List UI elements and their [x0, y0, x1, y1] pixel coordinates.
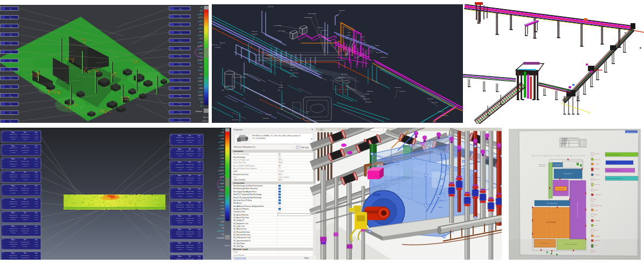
svg-text:4523835.068: 4523835.068 — [186, 179, 194, 181]
svg-text:142.205: 142.205 — [188, 222, 193, 224]
svg-text:4523835.062: 4523835.062 — [176, 247, 184, 248]
svg-text:+0.066: +0.066 — [198, 52, 203, 54]
svg-text:Dev: Dev — [35, 239, 38, 241]
svg-text:+0.99%: +0.99% — [198, 13, 203, 16]
svg-text:Ref: Ref — [24, 185, 26, 187]
svg-text:0.002: 0.002 — [9, 26, 13, 28]
svg-text:142.205: 142.205 — [23, 206, 28, 207]
svg-text:1823568.073: 1823568.073 — [176, 218, 184, 219]
svg-text:4523835.062: 4523835.062 — [9, 203, 17, 205]
svg-text:Ref: Ref — [24, 212, 26, 214]
svg-text:-0.004: -0.004 — [179, 25, 183, 26]
svg-text:142.205: 142.205 — [188, 142, 193, 143]
svg-text:Access Platform Extra Supports: Access Platform Extra Supports — [233, 168, 257, 170]
svg-text:Valf: Valf — [364, 41, 366, 43]
svg-text:1823568.258: 1823568.258 — [21, 201, 29, 203]
svg-text:+0.92%: +0.92% — [198, 84, 203, 86]
svg-text:0.308: 0.308 — [197, 233, 201, 235]
svg-text:Meas: Meas — [11, 225, 15, 227]
svg-text:⌄: ⌄ — [292, 147, 294, 149]
svg-text:Ref: Ref — [24, 252, 26, 254]
svg-text:×: × — [311, 128, 313, 131]
svg-text:-0.000: -0.000 — [197, 222, 202, 224]
svg-text:0.002: 0.002 — [9, 122, 13, 123]
svg-text:K.K.: K.K. — [377, 66, 380, 68]
svg-text:DN40 mm: DN40 mm — [243, 73, 249, 75]
svg-text:+0.0425: +0.0425 — [197, 59, 203, 61]
svg-text:-0.004: -0.004 — [179, 9, 183, 10]
svg-text:1823568.258: 1823568.258 — [21, 187, 29, 189]
svg-text:K.K.: K.K. — [263, 89, 266, 91]
svg-text:4523835.068: 4523835.068 — [186, 193, 194, 194]
svg-text:Dev: Dev — [35, 131, 38, 134]
svg-text:DN40 mm: DN40 mm — [442, 115, 448, 116]
svg-text:+0.94%: +0.94% — [198, 34, 203, 37]
svg-text:+0.36: +0.36 — [220, 131, 224, 134]
svg-text:0.308: 0.308 — [197, 153, 201, 155]
svg-text:0%: 0% — [200, 105, 203, 107]
svg-text:Kava Aparatı: Kava Aparatı — [274, 25, 281, 26]
svg-text:1823568.258: 1823568.258 — [186, 204, 194, 206]
svg-text:1823568.258: 1823568.258 — [21, 214, 29, 216]
svg-text:142.205: 142.205 — [23, 138, 28, 140]
svg-text:DN40 mm: DN40 mm — [381, 57, 387, 58]
svg-text:+0.93%: +0.93% — [198, 48, 203, 51]
svg-text:+0.177: +0.177 — [198, 17, 203, 19]
svg-text:142.205: 142.205 — [177, 222, 183, 224]
svg-text:1823568.258: 1823568.258 — [186, 245, 194, 246]
svg-text:+0.97%: +0.97% — [198, 20, 203, 23]
svg-text:1823568.258: 1823568.258 — [186, 177, 194, 179]
svg-text:DN40 mm: DN40 mm — [240, 77, 246, 78]
svg-text:-0.115: -0.115 — [199, 98, 203, 100]
svg-text:0.318: 0.318 — [34, 201, 38, 203]
svg-text:Construction: Construction — [233, 182, 245, 184]
svg-text:142.205: 142.205 — [188, 169, 193, 170]
svg-text:Meas: Meas — [11, 171, 15, 173]
svg-text:DN40 mm: DN40 mm — [215, 47, 221, 48]
svg-text:1823568.258: 1823568.258 — [186, 218, 194, 219]
svg-text:DN40 mm: DN40 mm — [438, 111, 444, 113]
svg-text:0.002: 0.002 — [9, 44, 13, 45]
svg-text:-0.000: -0.000 — [34, 219, 39, 220]
svg-text:+0.11: +0.11 — [199, 38, 203, 40]
svg-text:Host: Host — [233, 176, 237, 178]
svg-text:-0.004: -0.004 — [179, 41, 183, 43]
svg-text:-0.244: -0.244 — [220, 214, 225, 217]
svg-text:Vorteks: Vorteks — [347, 34, 351, 36]
svg-text:DN40 mm: DN40 mm — [293, 72, 299, 74]
svg-text:Meas: Meas — [11, 145, 15, 147]
svg-text:142.205: 142.205 — [23, 179, 28, 180]
svg-text:4D_Actual Start Date: 4D_Actual Start Date — [233, 217, 249, 219]
svg-text:Ref: Ref — [189, 188, 191, 190]
svg-text:142.205: 142.205 — [11, 232, 16, 234]
svg-text:+0.0487: +0.0487 — [219, 173, 225, 175]
svg-text:0.318: 0.318 — [34, 241, 38, 243]
svg-text:-0.146: -0.146 — [220, 202, 225, 204]
svg-text:Dev: Dev — [35, 158, 38, 160]
svg-text:-0.004: -0.004 — [179, 96, 183, 98]
svg-text:0%: 0% — [200, 6, 203, 9]
svg-text:4523835.068: 4523835.068 — [21, 190, 29, 191]
svg-text:0.308: 0.308 — [197, 179, 201, 181]
svg-text:0.318: 0.318 — [34, 147, 38, 149]
svg-text:Level : Level 2: Level : Level 2 — [279, 176, 289, 178]
svg-text:-0.004: -0.004 — [179, 105, 183, 106]
svg-text:Pompa: Pompa — [361, 36, 365, 38]
svg-text:-0.004: -0.004 — [179, 121, 183, 122]
svg-text:-0.000: -0.000 — [34, 232, 39, 234]
svg-text:-0.85%: -0.85% — [220, 205, 225, 207]
svg-text:-0.0875: -0.0875 — [198, 94, 203, 96]
svg-text:+0.0975: +0.0975 — [219, 166, 225, 169]
svg-text:Ref: Ref — [24, 198, 26, 200]
svg-text:+0.165: +0.165 — [220, 157, 225, 159]
svg-text:-0.000: -0.000 — [34, 192, 39, 194]
svg-text:280.5: 280.5 — [279, 162, 283, 164]
svg-text:142.205: 142.205 — [188, 209, 193, 211]
svg-text:SD: SD — [2, 194, 4, 195]
svg-text:-0.004: -0.004 — [179, 113, 183, 114]
svg-text:1823568.258: 1823568.258 — [21, 228, 29, 230]
svg-text:4523835.068: 4523835.068 — [21, 163, 29, 165]
svg-text:Dev: Dev — [35, 225, 38, 227]
svg-text:4D_Display ID: 4D_Display ID — [233, 219, 245, 221]
svg-text:SD: SD — [171, 157, 172, 158]
